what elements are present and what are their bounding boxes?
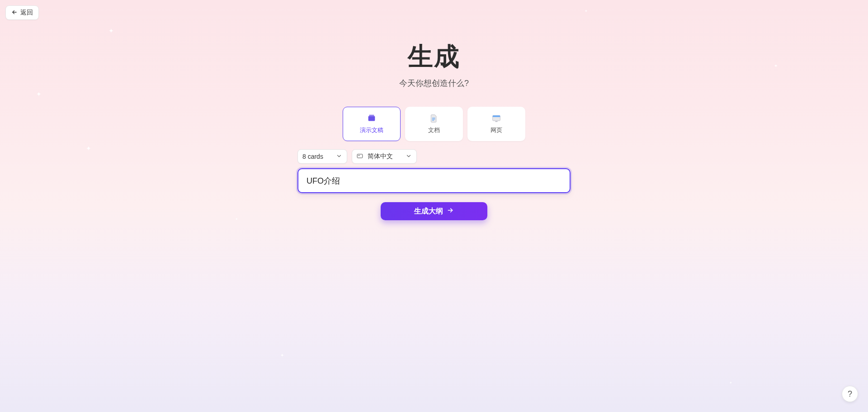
language-select[interactable]: 简体中文	[352, 149, 417, 164]
svg-rect-10	[358, 155, 359, 156]
webpage-icon	[491, 114, 502, 123]
help-button[interactable]: ?	[842, 386, 858, 402]
svg-rect-3	[432, 118, 435, 118]
page-title: 生成	[408, 40, 460, 74]
document-icon	[429, 114, 439, 123]
type-webpage-label: 网页	[491, 126, 502, 134]
prompt-container	[297, 168, 571, 193]
cards-select-value: 8 cards	[302, 153, 323, 160]
svg-rect-11	[359, 155, 360, 156]
page-subtitle: 今天你想创造什么?	[399, 78, 469, 89]
presentation-icon	[366, 114, 377, 123]
svg-rect-5	[432, 120, 434, 120]
type-presentation[interactable]: 演示文稿	[343, 107, 401, 141]
arrow-right-icon	[447, 207, 454, 216]
help-icon: ?	[848, 389, 852, 399]
svg-rect-7	[493, 115, 500, 117]
arrow-left-icon	[11, 9, 18, 17]
back-button[interactable]: 返回	[5, 5, 39, 20]
cards-select[interactable]: 8 cards	[297, 149, 347, 164]
language-icon	[357, 153, 363, 161]
chevron-down-icon	[406, 153, 412, 161]
chevron-down-icon	[336, 153, 342, 161]
svg-rect-1	[368, 116, 375, 121]
type-presentation-label: 演示文稿	[360, 126, 383, 134]
back-label: 返回	[20, 9, 33, 17]
prompt-input[interactable]	[306, 175, 562, 186]
generate-label: 生成大纲	[414, 207, 443, 216]
language-select-value: 简体中文	[368, 152, 393, 161]
svg-rect-9	[357, 154, 363, 157]
svg-rect-8	[495, 121, 498, 122]
type-selector: 演示文稿 文档 网页	[343, 107, 525, 141]
type-webpage[interactable]: 网页	[467, 107, 525, 141]
svg-rect-2	[369, 115, 374, 116]
svg-rect-4	[432, 119, 435, 119]
type-document[interactable]: 文档	[405, 107, 463, 141]
generate-outline-button[interactable]: 生成大纲	[381, 202, 487, 220]
type-document-label: 文档	[428, 126, 440, 134]
